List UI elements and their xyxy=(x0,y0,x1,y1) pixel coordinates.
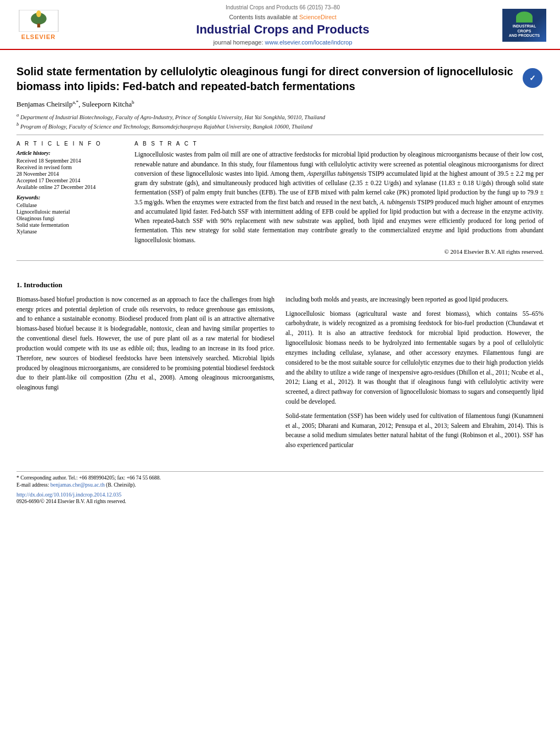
intro-right-para2: Lignocellulosic biomass (agricultural wa… xyxy=(285,309,544,407)
email-suffix: (B. Cheirsilp). xyxy=(106,482,136,488)
email-label: E-mail address: xyxy=(16,482,49,488)
received-revised-date: 28 November 2014 xyxy=(16,171,124,177)
journal-citation: Industrial Crops and Products 66 (2015) … xyxy=(66,4,500,10)
corresponding-author: * Corresponding author. Tel.: +66 898990… xyxy=(16,475,544,481)
author2-name: Suleeporn Kitcha xyxy=(82,100,132,108)
authors-line: Benjamas Cheirsilpa,*, Suleeporn Kitchab xyxy=(16,99,544,109)
abstract-label: A B S T R A C T xyxy=(135,141,544,147)
crossmark-circle: ✓ xyxy=(523,68,542,88)
affiliation1-sup: a xyxy=(16,112,19,118)
journal-homepage: journal homepage: www.elsevier.com/locat… xyxy=(66,39,500,46)
affiliation2-sup: b xyxy=(16,121,19,127)
main-content: 1. Introduction Biomass-based biofuel pr… xyxy=(0,275,560,466)
elsevier-wordmark: ELSEVIER xyxy=(21,34,55,40)
received-revised-label: Received in revised form xyxy=(16,164,124,170)
intro-left-text-1: Biomass-based biofuel production is now … xyxy=(16,296,275,390)
abstract-species-1: Aspergillus tubingensis xyxy=(307,170,366,177)
abstract-species-2: A. tubingensis xyxy=(380,199,416,205)
abstract-column: A B S T R A C T Lignocellulosic wastes f… xyxy=(135,141,544,255)
journal-header: ELSEVIER Industrial Crops and Products 6… xyxy=(0,0,560,50)
email-link[interactable]: benjamas.che@psu.ac.th xyxy=(51,482,105,488)
doi-link[interactable]: http://dx.doi.org/10.1016/j.indcrop.2014… xyxy=(16,492,121,498)
section1-title: Introduction xyxy=(24,281,63,289)
abstract-text: Lignocellulosic wastes from palm oil mil… xyxy=(135,150,544,245)
sciencedirect-line: Contents lists available at ScienceDirec… xyxy=(66,14,500,20)
keyword-1: Cellulase xyxy=(16,202,124,208)
article-info-abstract-section: A R T I C L E I N F O Article history: R… xyxy=(16,141,544,255)
footnote-section: * Corresponding author. Tel.: +66 898990… xyxy=(16,471,544,504)
available-online: Available online 27 December 2014 xyxy=(16,184,124,190)
affiliation1-text: Department of Industrial Biotechnology, … xyxy=(20,114,325,120)
section1-heading: 1. Introduction xyxy=(16,281,544,289)
paper-title-section: Solid state fermentation by cellulolytic… xyxy=(16,59,544,94)
keyword-2: Lignocellulosic material xyxy=(16,209,124,215)
affiliation2-text: Program of Biology, Faculty of Science a… xyxy=(20,123,312,129)
issn-line: 0926-6690/© 2014 Elsevier B.V. All right… xyxy=(16,499,544,504)
keyword-4: Solid state fermentation xyxy=(16,222,124,228)
introduction-two-col: Biomass-based biofuel production is now … xyxy=(16,295,544,455)
intro-col-right: including both molds and yeasts, are inc… xyxy=(285,295,544,455)
svg-point-3 xyxy=(36,10,41,17)
keyword-3: Oleaginous fungi xyxy=(16,215,124,221)
keywords-label: Keywords: xyxy=(16,194,124,200)
intro-col-left: Biomass-based biofuel production is now … xyxy=(16,295,275,455)
article-body: Solid state fermentation by cellulolytic… xyxy=(0,50,560,275)
intro-right-para3: Solid-state fermentation (SSF) has been … xyxy=(285,411,544,450)
affiliation1: a Department of Industrial Biotechnology… xyxy=(16,112,544,120)
article-info-label: A R T I C L E I N F O xyxy=(16,141,124,147)
sciencedirect-link[interactable]: ScienceDirect xyxy=(299,14,337,20)
keyword-5: Xylanase xyxy=(16,228,124,235)
crossmark-logo: ✓ xyxy=(522,67,544,89)
received-date: Received 18 September 2014 xyxy=(16,158,124,164)
divider-1 xyxy=(16,135,544,135)
journal-logo-box: INDUSTRIALCROPSAND PRODUCTS xyxy=(502,9,546,42)
email-line: E-mail address: benjamas.che@psu.ac.th (… xyxy=(16,482,544,488)
author1-name: Benjamas Cheirsilp xyxy=(16,100,72,108)
article-history-label: Article history: xyxy=(16,150,124,156)
author1-sup: a,* xyxy=(72,99,79,105)
intro-right-para1: including both molds and yeasts, are inc… xyxy=(285,295,544,305)
abstract-copyright: © 2014 Elsevier B.V. All rights reserved… xyxy=(135,248,544,255)
journal-homepage-link[interactable]: www.elsevier.com/locate/indcrop xyxy=(265,39,352,46)
section1-number: 1. xyxy=(16,281,22,289)
elsevier-logo: ELSEVIER xyxy=(11,10,66,40)
accepted-date: Accepted 17 December 2014 xyxy=(16,177,124,183)
divider-2 xyxy=(16,260,544,261)
header-center: Industrial Crops and Products 66 (2015) … xyxy=(66,4,500,46)
article-info-column: A R T I C L E I N F O Article history: R… xyxy=(16,141,124,255)
journal-logo-right: INDUSTRIALCROPSAND PRODUCTS xyxy=(500,9,549,42)
paper-title: Solid state fermentation by cellulolytic… xyxy=(16,64,513,94)
svg-rect-2 xyxy=(37,24,40,27)
intro-left-para1: Biomass-based biofuel production is now … xyxy=(16,295,275,393)
affiliation2: b Program of Biology, Faculty of Science… xyxy=(16,121,544,130)
author2-sup: b xyxy=(132,99,135,105)
journal-title-header: Industrial Crops and Products xyxy=(66,23,500,37)
